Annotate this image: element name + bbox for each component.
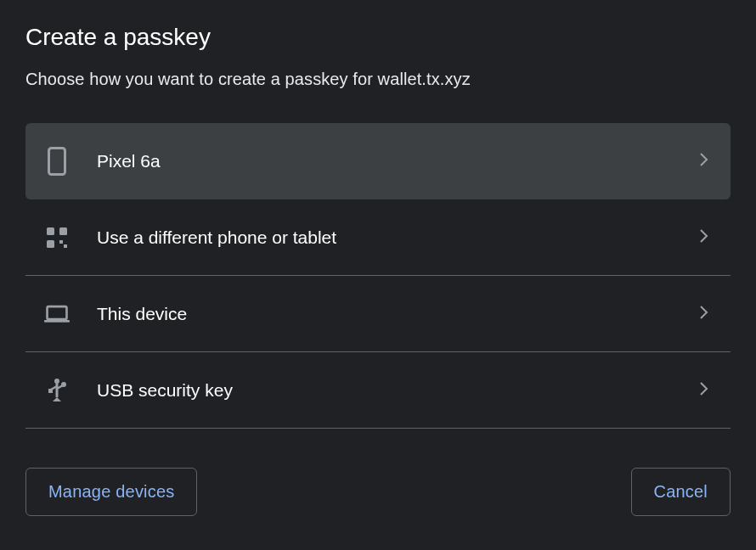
chevron-right-icon xyxy=(700,153,712,170)
laptop-icon xyxy=(44,301,70,327)
dialog-title: Create a passkey xyxy=(25,24,731,51)
dialog-subtitle: Choose how you want to create a passkey … xyxy=(25,70,731,89)
svg-point-11 xyxy=(61,382,66,387)
options-list: Pixel 6a Use a different phone or tablet xyxy=(25,123,731,429)
option-usb-key[interactable]: USB security key xyxy=(25,352,731,429)
svg-rect-6 xyxy=(48,306,67,319)
option-label: USB security key xyxy=(97,380,700,401)
svg-rect-9 xyxy=(56,382,59,397)
svg-rect-0 xyxy=(49,149,65,175)
passkey-dialog: Create a passkey Choose how you want to … xyxy=(0,0,756,536)
qr-code-icon xyxy=(44,225,70,250)
svg-rect-10 xyxy=(48,389,53,393)
usb-icon xyxy=(44,378,70,403)
svg-rect-5 xyxy=(64,244,67,248)
phone-icon xyxy=(44,149,70,174)
manage-devices-button[interactable]: Manage devices xyxy=(25,468,197,516)
option-different-device[interactable]: Use a different phone or tablet xyxy=(25,199,731,276)
option-pixel-6a[interactable]: Pixel 6a xyxy=(25,123,731,199)
svg-rect-4 xyxy=(59,240,63,244)
svg-rect-3 xyxy=(47,240,54,248)
cancel-button[interactable]: Cancel xyxy=(631,468,731,516)
chevron-right-icon xyxy=(700,382,712,399)
svg-rect-1 xyxy=(47,227,54,235)
option-label: Pixel 6a xyxy=(97,151,700,171)
svg-rect-2 xyxy=(59,227,67,235)
chevron-right-icon xyxy=(700,306,712,323)
chevron-right-icon xyxy=(700,229,712,246)
dialog-footer: Manage devices Cancel xyxy=(25,468,731,516)
svg-rect-7 xyxy=(44,320,70,323)
option-label: This device xyxy=(97,304,700,324)
option-this-device[interactable]: This device xyxy=(25,276,731,352)
option-label: Use a different phone or tablet xyxy=(97,227,700,248)
